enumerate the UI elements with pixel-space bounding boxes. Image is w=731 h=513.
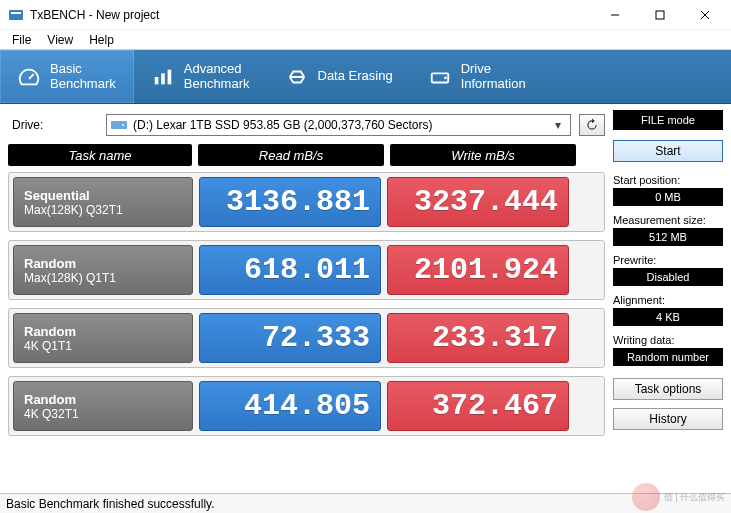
tab-label: Basic bbox=[50, 62, 116, 76]
status-text: Basic Benchmark finished successfully. bbox=[6, 497, 215, 511]
write-value: 2101.924 bbox=[387, 245, 569, 295]
prewrite-label: Prewrite: bbox=[613, 254, 723, 266]
svg-rect-8 bbox=[161, 73, 165, 84]
results-header: Task name Read mB/s Write mB/s bbox=[8, 144, 605, 166]
tab-label: Benchmark bbox=[50, 77, 116, 91]
tab-label: Advanced bbox=[184, 62, 250, 76]
history-button[interactable]: History bbox=[613, 408, 723, 430]
task-cell[interactable]: Random4K Q1T1 bbox=[13, 313, 193, 363]
window-title: TxBENCH - New project bbox=[30, 8, 592, 22]
menu-help[interactable]: Help bbox=[81, 31, 122, 49]
start-position-value[interactable]: 0 MB bbox=[613, 188, 723, 206]
svg-rect-0 bbox=[9, 10, 23, 20]
svg-point-11 bbox=[444, 76, 447, 79]
watermark-icon bbox=[632, 483, 660, 511]
refresh-button[interactable] bbox=[579, 114, 605, 136]
titlebar: TxBENCH - New project bbox=[0, 0, 731, 30]
menubar: File View Help bbox=[0, 30, 731, 50]
svg-rect-12 bbox=[111, 121, 127, 129]
result-row: SequentialMax(128K) Q32T1 3136.881 3237.… bbox=[8, 172, 605, 232]
read-value: 414.805 bbox=[199, 381, 381, 431]
drive-label: Drive: bbox=[8, 118, 98, 132]
writing-data-value[interactable]: Random number bbox=[613, 348, 723, 366]
menu-view[interactable]: View bbox=[39, 31, 81, 49]
col-task-name: Task name bbox=[8, 144, 192, 166]
tab-label: Data Erasing bbox=[318, 69, 393, 83]
svg-line-6 bbox=[29, 74, 34, 79]
close-button[interactable] bbox=[682, 1, 727, 29]
drive-selected-text: (D:) Lexar 1TB SSD 953.85 GB (2,000,373,… bbox=[133, 118, 432, 132]
minimize-button[interactable] bbox=[592, 1, 637, 29]
tab-label: Information bbox=[461, 77, 526, 91]
alignment-value[interactable]: 4 KB bbox=[613, 308, 723, 326]
tab-basic-benchmark[interactable]: BasicBenchmark bbox=[0, 50, 134, 103]
result-row: Random4K Q32T1 414.805 372.467 bbox=[8, 376, 605, 436]
task-cell[interactable]: Random4K Q32T1 bbox=[13, 381, 193, 431]
svg-point-13 bbox=[122, 124, 124, 126]
sidebar: FILE mode Start Start position:0 MB Meas… bbox=[613, 104, 731, 493]
result-row: Random4K Q1T1 72.333 233.317 bbox=[8, 308, 605, 368]
tab-label: Drive bbox=[461, 62, 526, 76]
tab-label: Benchmark bbox=[184, 77, 250, 91]
tab-drive-information[interactable]: DriveInformation bbox=[411, 50, 544, 103]
svg-rect-9 bbox=[167, 69, 171, 84]
status-bar: Basic Benchmark finished successfully. bbox=[0, 493, 731, 513]
svg-rect-7 bbox=[155, 77, 159, 84]
task-cell[interactable]: RandomMax(128K) Q1T1 bbox=[13, 245, 193, 295]
watermark: 值 | 什么值得买 bbox=[632, 483, 725, 511]
write-value: 3237.444 bbox=[387, 177, 569, 227]
results-rows: SequentialMax(128K) Q32T1 3136.881 3237.… bbox=[8, 172, 605, 436]
prewrite-value[interactable]: Disabled bbox=[613, 268, 723, 286]
drive-select[interactable]: (D:) Lexar 1TB SSD 953.85 GB (2,000,373,… bbox=[106, 114, 571, 136]
drive-icon bbox=[429, 66, 451, 88]
svg-rect-1 bbox=[11, 12, 21, 14]
file-mode-indicator[interactable]: FILE mode bbox=[613, 110, 723, 130]
tabbar: BasicBenchmark AdvancedBenchmark Data Er… bbox=[0, 50, 731, 104]
erase-icon bbox=[286, 66, 308, 88]
task-cell[interactable]: SequentialMax(128K) Q32T1 bbox=[13, 177, 193, 227]
start-button[interactable]: Start bbox=[613, 140, 723, 162]
measurement-size-label: Measurement size: bbox=[613, 214, 723, 226]
result-row: RandomMax(128K) Q1T1 618.011 2101.924 bbox=[8, 240, 605, 300]
task-options-button[interactable]: Task options bbox=[613, 378, 723, 400]
alignment-label: Alignment: bbox=[613, 294, 723, 306]
hdd-icon bbox=[111, 119, 127, 131]
write-value: 233.317 bbox=[387, 313, 569, 363]
gauge-icon bbox=[18, 66, 40, 88]
write-value: 372.467 bbox=[387, 381, 569, 431]
main-area: Drive: (D:) Lexar 1TB SSD 953.85 GB (2,0… bbox=[0, 104, 613, 493]
read-value: 72.333 bbox=[199, 313, 381, 363]
chevron-down-icon: ▾ bbox=[550, 118, 566, 132]
start-position-label: Start position: bbox=[613, 174, 723, 186]
col-read: Read mB/s bbox=[198, 144, 384, 166]
writing-data-label: Writing data: bbox=[613, 334, 723, 346]
tab-data-erasing[interactable]: Data Erasing bbox=[268, 50, 411, 103]
measurement-size-value[interactable]: 512 MB bbox=[613, 228, 723, 246]
read-value: 618.011 bbox=[199, 245, 381, 295]
maximize-button[interactable] bbox=[637, 1, 682, 29]
svg-rect-3 bbox=[656, 11, 664, 19]
bars-icon bbox=[152, 66, 174, 88]
col-write: Write mB/s bbox=[390, 144, 576, 166]
read-value: 3136.881 bbox=[199, 177, 381, 227]
tab-advanced-benchmark[interactable]: AdvancedBenchmark bbox=[134, 50, 268, 103]
menu-file[interactable]: File bbox=[4, 31, 39, 49]
app-icon bbox=[8, 7, 24, 23]
